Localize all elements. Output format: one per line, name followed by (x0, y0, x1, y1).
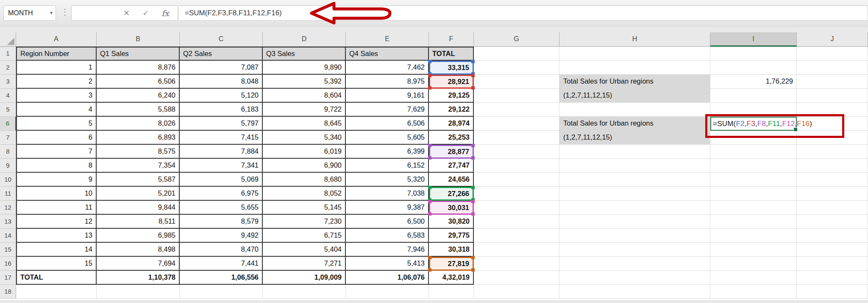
range-handle-icon[interactable] (471, 200, 475, 203)
cell-A9[interactable]: 8 (16, 159, 97, 173)
cell-F10[interactable]: 24,656 (429, 173, 474, 187)
side-label-H3[interactable]: Total Sales for Urban regions (559, 75, 710, 89)
col-header-H[interactable]: H (559, 32, 710, 47)
cell-G12[interactable] (474, 201, 559, 215)
col-header-G[interactable]: G (474, 32, 559, 47)
cell-D9[interactable]: 6,900 (263, 159, 346, 173)
cell-H8[interactable] (559, 145, 710, 159)
cell-C16[interactable]: 7,441 (180, 257, 263, 271)
cell-J10[interactable] (797, 173, 868, 187)
cell-E18[interactable] (346, 285, 429, 299)
col-header-F[interactable]: F (429, 32, 474, 47)
cell-A11[interactable]: 10 (16, 187, 97, 201)
cell-H12[interactable] (559, 201, 710, 215)
cell-I1[interactable] (710, 47, 797, 61)
range-handle-icon[interactable] (428, 60, 431, 63)
cell-D6[interactable]: 8,645 (263, 117, 346, 131)
cell-I16[interactable] (710, 257, 797, 271)
range-handle-icon[interactable] (428, 74, 431, 77)
cell-G6[interactable] (474, 117, 559, 131)
cell-C15[interactable]: 8,470 (180, 243, 263, 257)
cell-G13[interactable] (474, 215, 559, 229)
cell-B12[interactable]: 9,844 (97, 201, 180, 215)
row-header-11[interactable]: 11 (0, 187, 16, 201)
cell-E3[interactable]: 8,975 (346, 75, 429, 89)
cell-J18[interactable] (797, 285, 868, 299)
row-header-8[interactable]: 8 (0, 145, 16, 159)
cell-D5[interactable]: 9,722 (263, 103, 346, 117)
cell-J16[interactable] (797, 257, 868, 271)
cell-D16[interactable]: 7,271 (263, 257, 346, 271)
cell-G14[interactable] (474, 229, 559, 243)
formula-input[interactable]: =SUM(F2,F3,F8,F11,F12,F16) (178, 6, 868, 21)
enter-icon[interactable]: ✓ (142, 8, 149, 18)
cell-A18[interactable] (16, 285, 97, 299)
cell-A10[interactable]: 9 (16, 173, 97, 187)
range-handle-icon[interactable] (428, 256, 431, 259)
cell-J4[interactable] (797, 89, 868, 103)
cell-D13[interactable]: 7,230 (263, 215, 346, 229)
range-handle-icon[interactable] (428, 86, 431, 90)
cell-G5[interactable] (474, 103, 559, 117)
range-handle-icon[interactable] (471, 144, 475, 147)
range-handle-icon[interactable] (471, 156, 475, 160)
cell-D10[interactable]: 8,680 (263, 173, 346, 187)
cell-J17[interactable] (797, 271, 868, 285)
cell-B2[interactable]: 8,876 (97, 61, 180, 75)
cell-A17[interactable]: TOTAL (16, 271, 97, 285)
range-handle-icon[interactable] (471, 256, 475, 259)
cell-A12[interactable]: 11 (16, 201, 97, 215)
cell-G2[interactable] (474, 61, 559, 75)
cell-A2[interactable]: 1 (16, 61, 97, 75)
cell-G3[interactable] (474, 75, 559, 89)
cell-H2[interactable] (559, 61, 710, 75)
row-header-9[interactable]: 9 (0, 159, 16, 173)
cell-J12[interactable] (797, 201, 868, 215)
cell-E10[interactable]: 5,320 (346, 173, 429, 187)
insert-function-icon[interactable]: fx (161, 8, 169, 18)
range-handle-icon[interactable] (471, 186, 475, 189)
cell-F7[interactable]: 25,253 (429, 131, 474, 145)
cell-D14[interactable]: 6,715 (263, 229, 346, 243)
cell-E6[interactable]: 6,506 (346, 117, 429, 131)
cell-C4[interactable]: 5,120 (180, 89, 263, 103)
range-handle-icon[interactable] (428, 186, 431, 189)
cell-H14[interactable] (559, 229, 710, 243)
cell-A4[interactable]: 3 (16, 89, 97, 103)
cell-J14[interactable] (797, 229, 868, 243)
row-header-3[interactable]: 3 (0, 75, 16, 89)
cell-I13[interactable] (710, 215, 797, 229)
cell-A15[interactable]: 14 (16, 243, 97, 257)
cell-B13[interactable]: 8,511 (97, 215, 180, 229)
cell-B8[interactable]: 8,575 (97, 145, 180, 159)
side-label-H4[interactable]: (1,2,7,11,12,15) (559, 89, 710, 103)
cell-B15[interactable]: 8,498 (97, 243, 180, 257)
side-label-H6[interactable]: Total Sales for Urban regions (559, 117, 710, 131)
cell-C12[interactable]: 5,655 (180, 201, 263, 215)
row-header-14[interactable]: 14 (0, 229, 16, 243)
cell-B6[interactable]: 8,026 (97, 117, 180, 131)
cell-B16[interactable]: 7,694 (97, 257, 180, 271)
cell-J5[interactable] (797, 103, 868, 117)
cell-F15[interactable]: 30,318 (429, 243, 474, 257)
cell-E5[interactable]: 7,629 (346, 103, 429, 117)
row-header-16[interactable]: 16 (0, 257, 16, 271)
cell-H10[interactable] (559, 173, 710, 187)
cell-A13[interactable]: 12 (16, 215, 97, 229)
cell-J13[interactable] (797, 215, 868, 229)
cell-I2[interactable] (710, 61, 797, 75)
cell-D3[interactable]: 5,392 (263, 75, 346, 89)
cell-I15[interactable] (710, 243, 797, 257)
range-handle-icon[interactable] (428, 156, 431, 160)
row-header-12[interactable]: 12 (0, 201, 16, 215)
row-header-4[interactable]: 4 (0, 89, 16, 103)
cell-D17[interactable]: 1,09,009 (263, 271, 346, 285)
cancel-icon[interactable]: ✕ (123, 8, 130, 18)
reference-cell-F11[interactable]: 27,266 (429, 187, 474, 201)
cell-C10[interactable]: 5,069 (180, 173, 263, 187)
cell-C11[interactable]: 6,975 (180, 187, 263, 201)
cell-J9[interactable] (797, 159, 868, 173)
cell-C7[interactable]: 7,415 (180, 131, 263, 145)
cell-H13[interactable] (559, 215, 710, 229)
cell-I11[interactable] (710, 187, 797, 201)
